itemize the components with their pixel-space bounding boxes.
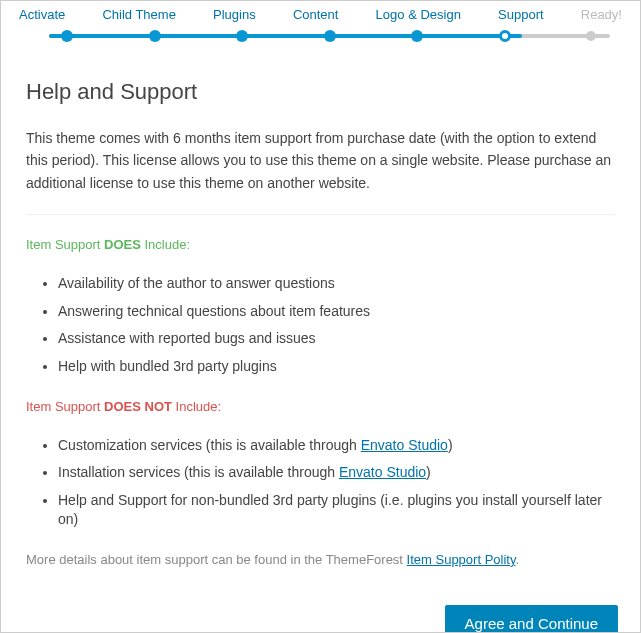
step-ready: Ready! — [581, 7, 622, 22]
step-activate[interactable]: Activate — [19, 7, 65, 22]
step-dot-icon — [236, 30, 248, 42]
list-item: Customization services (this is availabl… — [58, 436, 615, 456]
step-dot-current-icon — [499, 30, 511, 42]
step-child-theme[interactable]: Child Theme — [102, 7, 175, 22]
doesnot-include-label: Item Support DOES NOT Include: — [26, 399, 615, 414]
does-include-list: Availability of the author to answer que… — [26, 274, 615, 376]
list-item: Installation services (this is available… — [58, 463, 615, 483]
step-plugins[interactable]: Plugins — [213, 7, 256, 22]
wizard-stepper: Activate Child Theme Plugins Content Log… — [1, 1, 640, 44]
step-logo-design[interactable]: Logo & Design — [376, 7, 461, 22]
step-content[interactable]: Content — [293, 7, 339, 22]
step-dot-icon — [149, 30, 161, 42]
footer-actions: Agree and Continue — [1, 587, 640, 633]
content-panel: Help and Support This theme comes with 6… — [1, 44, 640, 587]
item-support-policy-link[interactable]: Item Support Polity — [407, 552, 516, 567]
agree-continue-button[interactable]: Agree and Continue — [445, 605, 618, 633]
envato-studio-link[interactable]: Envato Studio — [361, 437, 448, 453]
divider — [26, 214, 615, 215]
list-item: Help with bundled 3rd party plugins — [58, 357, 615, 377]
page-title: Help and Support — [26, 79, 615, 105]
progress-bar — [19, 28, 622, 44]
step-dot-icon — [411, 30, 423, 42]
does-include-label: Item Support DOES Include: — [26, 237, 615, 252]
step-dot-icon — [324, 30, 336, 42]
list-item: Help and Support for non-bundled 3rd par… — [58, 491, 615, 530]
doesnot-include-list: Customization services (this is availabl… — [26, 436, 615, 530]
step-support[interactable]: Support — [498, 7, 544, 22]
list-item: Availability of the author to answer que… — [58, 274, 615, 294]
list-item: Answering technical questions about item… — [58, 302, 615, 322]
list-item: Assistance with reported bugs and issues — [58, 329, 615, 349]
step-dot-future-icon — [586, 31, 596, 41]
more-details-text: More details about item support can be f… — [26, 552, 615, 567]
step-dot-icon — [61, 30, 73, 42]
intro-text: This theme comes with 6 months item supp… — [26, 127, 615, 194]
envato-studio-link[interactable]: Envato Studio — [339, 464, 426, 480]
